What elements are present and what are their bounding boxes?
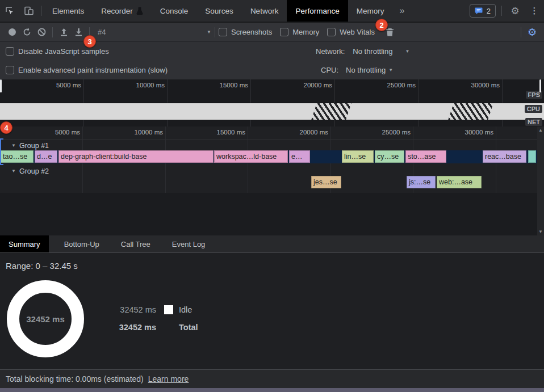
clear-recordings-button[interactable] <box>34 25 49 40</box>
chevrons-icon: » <box>399 6 404 16</box>
legend-label: Idle <box>179 305 192 314</box>
legend-value: 32452 ms <box>116 323 156 332</box>
flame-scrollbar[interactable]: ▲ ▼ <box>537 127 544 235</box>
more-tabs-button[interactable]: » <box>392 0 411 22</box>
tab-event-log[interactable]: Event Log <box>164 235 214 252</box>
flame-tick: 15000 ms <box>202 129 245 136</box>
cpu-throttling-group: CPU: No throttling ▼ <box>321 66 393 74</box>
record-icon <box>9 28 16 36</box>
tab-label: Recorder <box>101 7 133 15</box>
tab-label: Sources <box>205 7 233 15</box>
toolbar-divider <box>52 27 53 37</box>
flame-bar[interactable]: e… <box>289 150 310 163</box>
capture-settings-button[interactable]: ⚙ <box>525 25 539 40</box>
tab-label: Event Log <box>172 240 206 248</box>
issues-counter-button[interactable]: 2 <box>470 4 496 18</box>
tab-summary[interactable]: Summary <box>0 235 49 252</box>
donut-center-value: 32452 ms <box>7 280 84 357</box>
record-button[interactable] <box>5 25 19 40</box>
devtools-tabbar: Elements Recorder Console Sources Networ… <box>0 0 544 23</box>
tab-recorder[interactable]: Recorder <box>93 0 152 22</box>
download-icon <box>74 27 83 37</box>
flame-bar[interactable]: d…e <box>35 150 57 163</box>
flame-bar[interactable]: sto…ase <box>405 150 446 163</box>
screenshots-checkbox[interactable] <box>219 28 227 36</box>
overview-tick: 25000 ms <box>373 82 416 88</box>
tab-network[interactable]: Network <box>242 0 287 22</box>
flame-group2-header[interactable]: ▼ Group #2 <box>0 166 537 176</box>
web-vitals-checkbox[interactable] <box>327 28 336 36</box>
disable-js-samples-label: Disable JavaScript samples <box>18 47 109 56</box>
network-throttling-select[interactable]: No throttling <box>353 47 392 56</box>
legend-row-idle: 32452 ms Idle <box>116 305 192 314</box>
flame-tick: 20000 ms <box>285 129 328 136</box>
issues-count: 2 <box>487 7 491 15</box>
inspect-cursor-icon <box>4 5 15 16</box>
group-label: Group #1 <box>19 142 49 150</box>
tab-call-tree[interactable]: Call Tree <box>112 235 159 252</box>
cpu-hatch-region <box>448 103 493 120</box>
flame-empty-area <box>0 193 537 235</box>
flame-track-group1: tao…se d…e dep-graph-client:build-base w… <box>0 150 537 163</box>
cpu-hatch-region <box>311 103 351 120</box>
flame-tick: 5000 ms <box>37 129 80 136</box>
flame-chart[interactable]: 5000 ms 10000 ms 15000 ms 20000 ms 25000… <box>0 127 544 235</box>
flame-group1-header[interactable]: ▼ Group #1 <box>0 141 537 150</box>
flame-bar[interactable]: lin…se <box>342 150 374 163</box>
footer-bar: Total blocking time: 0.00ms (estimated) … <box>0 369 544 388</box>
flame-bar[interactable]: tao…se <box>1 150 34 163</box>
network-throttling-group: Network: No throttling ▼ <box>316 47 409 56</box>
tab-console[interactable]: Console <box>152 0 197 22</box>
overview-tick: 20000 ms <box>289 82 332 88</box>
tab-label: Summary <box>9 240 40 248</box>
flame-bar[interactable]: jes…se <box>311 176 341 188</box>
gear-icon-blue: ⚙ <box>528 26 537 39</box>
legend-label: Total <box>179 323 198 332</box>
scroll-down-icon[interactable]: ▼ <box>538 229 543 234</box>
history-select[interactable]: #4 ▼ <box>93 28 211 36</box>
scroll-up-icon[interactable]: ▲ <box>538 128 543 133</box>
reload-and-record-button[interactable] <box>19 25 34 40</box>
timeline-overview[interactable]: 5000 ms 10000 ms 15000 ms 20000 ms 25000… <box>0 79 544 127</box>
tab-sources[interactable]: Sources <box>196 0 242 22</box>
paint-instrumentation-checkbox[interactable] <box>6 66 14 74</box>
tab-label: Call Tree <box>121 240 150 248</box>
inspect-element-button[interactable] <box>0 0 19 22</box>
device-toolbar-button[interactable] <box>19 0 39 22</box>
performance-toolbar: #4 ▼ Screenshots Memory Web Vitals ⚙ <box>0 23 544 42</box>
selection-handle-left[interactable] <box>0 79 2 92</box>
flame-bar[interactable]: cy…se <box>375 150 404 163</box>
tab-elements[interactable]: Elements <box>44 0 93 22</box>
tabbar-divider <box>41 6 41 16</box>
issues-bubble-icon <box>475 7 483 15</box>
tab-label: Console <box>160 7 189 15</box>
reload-icon <box>22 27 32 37</box>
devtools-menu-button[interactable]: ⋮ <box>525 0 544 22</box>
flame-bar[interactable]: workspac…ld-base <box>214 150 288 163</box>
selection-handle-right[interactable] <box>539 79 541 92</box>
overview-tick: 15000 ms <box>205 82 248 88</box>
network-label: Network: <box>316 47 345 56</box>
tab-memory[interactable]: Memory <box>348 0 393 22</box>
tab-bottom-up[interactable]: Bottom-Up <box>56 235 108 252</box>
tab-label: Performance <box>295 7 339 15</box>
learn-more-link[interactable]: Learn more <box>148 374 189 383</box>
legend-row-total: 32452 ms Total <box>116 323 198 332</box>
gear-icon: ⚙ <box>510 5 519 17</box>
tab-performance[interactable]: Performance <box>287 0 348 22</box>
idle-swatch <box>164 305 173 314</box>
toolbar-divider <box>521 27 521 37</box>
load-profile-button[interactable] <box>56 25 71 40</box>
flame-bar[interactable]: web:…ase <box>437 176 482 188</box>
settings-button[interactable]: ⚙ <box>505 0 525 22</box>
save-profile-button[interactable] <box>71 25 86 40</box>
flame-bar[interactable]: js:…se <box>407 176 436 188</box>
disable-js-samples-checkbox[interactable] <box>6 47 14 56</box>
device-toolbar-icon <box>23 5 35 16</box>
overview-tick: 30000 ms <box>457 82 500 88</box>
flame-bar[interactable]: dep-graph-client:build-base <box>58 150 214 163</box>
flame-bar[interactable] <box>528 150 536 163</box>
flame-bar[interactable]: reac…base <box>483 150 526 163</box>
memory-checkbox[interactable] <box>280 28 288 36</box>
cpu-throttling-select[interactable]: No throttling <box>346 66 386 74</box>
